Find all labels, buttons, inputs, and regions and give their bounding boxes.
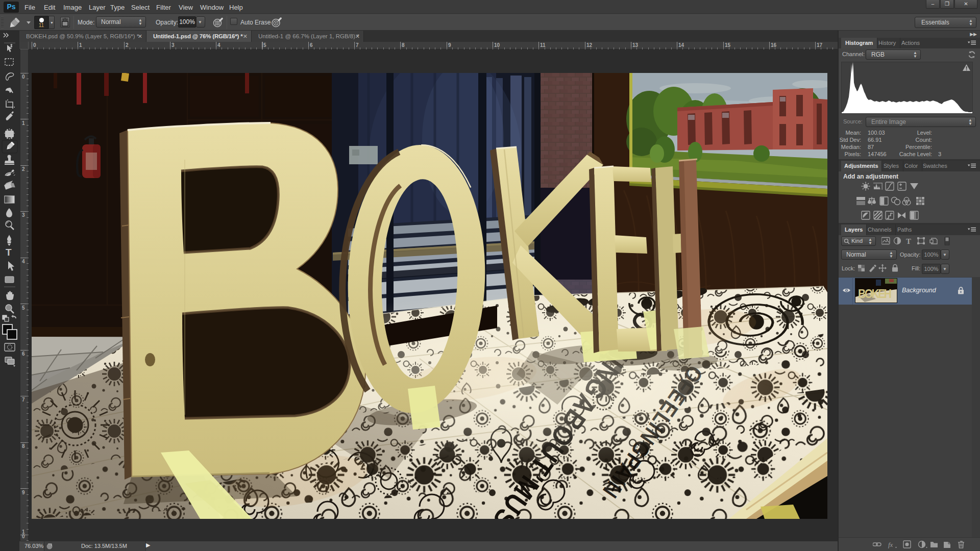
svg-text:T: T [6, 247, 12, 258]
svg-text:T: T [906, 237, 911, 245]
svg-text:fx: fx [888, 541, 893, 548]
svg-text:BOKEH: BOKEH [858, 287, 892, 301]
